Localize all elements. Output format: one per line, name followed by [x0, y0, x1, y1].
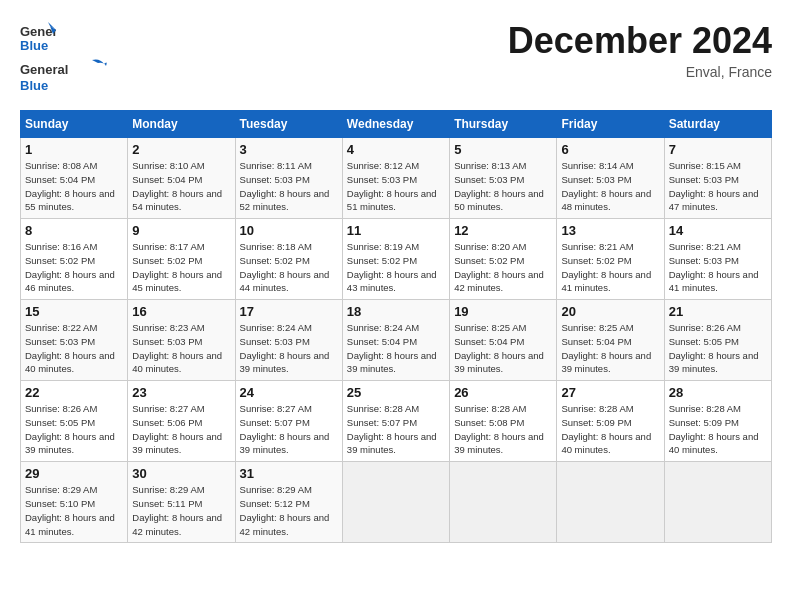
calendar-cell: 23Sunrise: 8:27 AMSunset: 5:06 PMDayligh… — [128, 381, 235, 462]
day-info: Sunrise: 8:29 AMSunset: 5:12 PMDaylight:… — [240, 483, 338, 538]
day-info: Sunrise: 8:13 AMSunset: 5:03 PMDaylight:… — [454, 159, 552, 214]
day-info: Sunrise: 8:22 AMSunset: 5:03 PMDaylight:… — [25, 321, 123, 376]
calendar-cell — [342, 462, 449, 543]
calendar-cell: 3Sunrise: 8:11 AMSunset: 5:03 PMDaylight… — [235, 138, 342, 219]
day-number: 2 — [132, 142, 230, 157]
calendar-cell: 13Sunrise: 8:21 AMSunset: 5:02 PMDayligh… — [557, 219, 664, 300]
day-info: Sunrise: 8:28 AMSunset: 5:08 PMDaylight:… — [454, 402, 552, 457]
day-number: 17 — [240, 304, 338, 319]
calendar-week-row: 29Sunrise: 8:29 AMSunset: 5:10 PMDayligh… — [21, 462, 772, 543]
day-info: Sunrise: 8:25 AMSunset: 5:04 PMDaylight:… — [561, 321, 659, 376]
calendar-cell: 18Sunrise: 8:24 AMSunset: 5:04 PMDayligh… — [342, 300, 449, 381]
calendar-table: SundayMondayTuesdayWednesdayThursdayFrid… — [20, 110, 772, 543]
calendar-cell: 26Sunrise: 8:28 AMSunset: 5:08 PMDayligh… — [450, 381, 557, 462]
calendar-cell: 20Sunrise: 8:25 AMSunset: 5:04 PMDayligh… — [557, 300, 664, 381]
day-info: Sunrise: 8:27 AMSunset: 5:07 PMDaylight:… — [240, 402, 338, 457]
calendar-week-row: 15Sunrise: 8:22 AMSunset: 5:03 PMDayligh… — [21, 300, 772, 381]
calendar-cell: 22Sunrise: 8:26 AMSunset: 5:05 PMDayligh… — [21, 381, 128, 462]
day-info: Sunrise: 8:21 AMSunset: 5:02 PMDaylight:… — [561, 240, 659, 295]
day-info: Sunrise: 8:27 AMSunset: 5:06 PMDaylight:… — [132, 402, 230, 457]
day-info: Sunrise: 8:14 AMSunset: 5:03 PMDaylight:… — [561, 159, 659, 214]
day-info: Sunrise: 8:15 AMSunset: 5:03 PMDaylight:… — [669, 159, 767, 214]
day-info: Sunrise: 8:18 AMSunset: 5:02 PMDaylight:… — [240, 240, 338, 295]
day-number: 28 — [669, 385, 767, 400]
day-number: 19 — [454, 304, 552, 319]
calendar-cell: 11Sunrise: 8:19 AMSunset: 5:02 PMDayligh… — [342, 219, 449, 300]
col-header-friday: Friday — [557, 111, 664, 138]
calendar-cell: 6Sunrise: 8:14 AMSunset: 5:03 PMDaylight… — [557, 138, 664, 219]
calendar-body: 1Sunrise: 8:08 AMSunset: 5:04 PMDaylight… — [21, 138, 772, 543]
day-info: Sunrise: 8:24 AMSunset: 5:04 PMDaylight:… — [347, 321, 445, 376]
day-info: Sunrise: 8:28 AMSunset: 5:09 PMDaylight:… — [669, 402, 767, 457]
col-header-thursday: Thursday — [450, 111, 557, 138]
day-number: 8 — [25, 223, 123, 238]
day-info: Sunrise: 8:25 AMSunset: 5:04 PMDaylight:… — [454, 321, 552, 376]
day-number: 20 — [561, 304, 659, 319]
calendar-cell — [557, 462, 664, 543]
col-header-saturday: Saturday — [664, 111, 771, 138]
calendar-cell: 8Sunrise: 8:16 AMSunset: 5:02 PMDaylight… — [21, 219, 128, 300]
calendar-cell: 21Sunrise: 8:26 AMSunset: 5:05 PMDayligh… — [664, 300, 771, 381]
day-number: 27 — [561, 385, 659, 400]
day-number: 15 — [25, 304, 123, 319]
title-block: December 2024 Enval, France — [508, 20, 772, 80]
calendar-week-row: 1Sunrise: 8:08 AMSunset: 5:04 PMDaylight… — [21, 138, 772, 219]
day-info: Sunrise: 8:26 AMSunset: 5:05 PMDaylight:… — [669, 321, 767, 376]
calendar-cell: 15Sunrise: 8:22 AMSunset: 5:03 PMDayligh… — [21, 300, 128, 381]
day-number: 3 — [240, 142, 338, 157]
day-info: Sunrise: 8:26 AMSunset: 5:05 PMDaylight:… — [25, 402, 123, 457]
calendar-cell: 9Sunrise: 8:17 AMSunset: 5:02 PMDaylight… — [128, 219, 235, 300]
day-info: Sunrise: 8:11 AMSunset: 5:03 PMDaylight:… — [240, 159, 338, 214]
col-header-monday: Monday — [128, 111, 235, 138]
calendar-cell: 7Sunrise: 8:15 AMSunset: 5:03 PMDaylight… — [664, 138, 771, 219]
day-info: Sunrise: 8:29 AMSunset: 5:10 PMDaylight:… — [25, 483, 123, 538]
day-number: 16 — [132, 304, 230, 319]
logo: General Blue General Blue — [20, 20, 110, 100]
day-number: 22 — [25, 385, 123, 400]
day-info: Sunrise: 8:28 AMSunset: 5:07 PMDaylight:… — [347, 402, 445, 457]
calendar-cell: 4Sunrise: 8:12 AMSunset: 5:03 PMDaylight… — [342, 138, 449, 219]
calendar-cell: 19Sunrise: 8:25 AMSunset: 5:04 PMDayligh… — [450, 300, 557, 381]
day-info: Sunrise: 8:12 AMSunset: 5:03 PMDaylight:… — [347, 159, 445, 214]
day-number: 14 — [669, 223, 767, 238]
day-info: Sunrise: 8:24 AMSunset: 5:03 PMDaylight:… — [240, 321, 338, 376]
location: Enval, France — [508, 64, 772, 80]
day-number: 29 — [25, 466, 123, 481]
calendar-cell: 1Sunrise: 8:08 AMSunset: 5:04 PMDaylight… — [21, 138, 128, 219]
day-number: 25 — [347, 385, 445, 400]
day-number: 7 — [669, 142, 767, 157]
day-number: 1 — [25, 142, 123, 157]
day-number: 5 — [454, 142, 552, 157]
day-number: 30 — [132, 466, 230, 481]
day-info: Sunrise: 8:23 AMSunset: 5:03 PMDaylight:… — [132, 321, 230, 376]
day-number: 26 — [454, 385, 552, 400]
calendar-cell: 16Sunrise: 8:23 AMSunset: 5:03 PMDayligh… — [128, 300, 235, 381]
day-number: 13 — [561, 223, 659, 238]
day-number: 11 — [347, 223, 445, 238]
calendar-cell: 17Sunrise: 8:24 AMSunset: 5:03 PMDayligh… — [235, 300, 342, 381]
day-info: Sunrise: 8:28 AMSunset: 5:09 PMDaylight:… — [561, 402, 659, 457]
calendar-cell: 14Sunrise: 8:21 AMSunset: 5:03 PMDayligh… — [664, 219, 771, 300]
day-number: 4 — [347, 142, 445, 157]
col-header-sunday: Sunday — [21, 111, 128, 138]
calendar-cell: 24Sunrise: 8:27 AMSunset: 5:07 PMDayligh… — [235, 381, 342, 462]
calendar-cell: 29Sunrise: 8:29 AMSunset: 5:10 PMDayligh… — [21, 462, 128, 543]
svg-text:General: General — [20, 62, 68, 77]
day-number: 12 — [454, 223, 552, 238]
calendar-cell: 2Sunrise: 8:10 AMSunset: 5:04 PMDaylight… — [128, 138, 235, 219]
col-header-tuesday: Tuesday — [235, 111, 342, 138]
day-info: Sunrise: 8:17 AMSunset: 5:02 PMDaylight:… — [132, 240, 230, 295]
day-number: 9 — [132, 223, 230, 238]
calendar-cell: 5Sunrise: 8:13 AMSunset: 5:03 PMDaylight… — [450, 138, 557, 219]
day-info: Sunrise: 8:10 AMSunset: 5:04 PMDaylight:… — [132, 159, 230, 214]
svg-text:Blue: Blue — [20, 38, 48, 53]
calendar-cell: 10Sunrise: 8:18 AMSunset: 5:02 PMDayligh… — [235, 219, 342, 300]
calendar-cell: 31Sunrise: 8:29 AMSunset: 5:12 PMDayligh… — [235, 462, 342, 543]
calendar-cell — [450, 462, 557, 543]
calendar-cell — [664, 462, 771, 543]
day-number: 10 — [240, 223, 338, 238]
day-number: 24 — [240, 385, 338, 400]
svg-text:Blue: Blue — [20, 78, 48, 93]
calendar-week-row: 22Sunrise: 8:26 AMSunset: 5:05 PMDayligh… — [21, 381, 772, 462]
day-number: 6 — [561, 142, 659, 157]
